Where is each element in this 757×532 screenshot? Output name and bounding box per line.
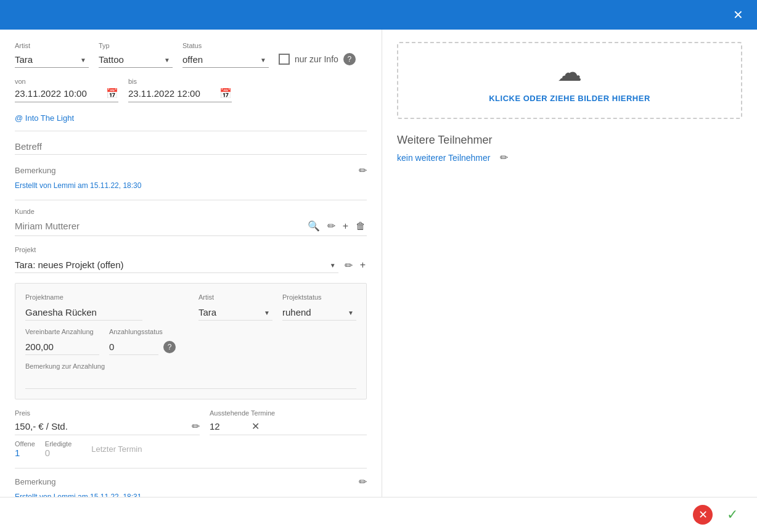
projektname-group: Projektname Ganesha Rücken [25,293,189,321]
artist-typ-status-row: Artist Tara Typ Tattoo [15,42,367,68]
clear-icon-ausstehende[interactable]: ✕ [252,420,260,432]
search-icon[interactable]: 🔍 [306,219,321,233]
calendar-icon-von[interactable]: 📅 [106,88,118,99]
divider-1 [15,131,367,131]
close-button[interactable]: ✕ [729,6,747,24]
anzahlungsstatus-group: Anzahlungsstatus 0 ? [109,328,176,355]
projekt-artist-group: Artist Tara [198,293,272,321]
right-panel: ☁ KLICKE ODER ZIEHE BILDER HIERHER Weite… [382,30,757,497]
created-text-1: Erstellt von Lemmi am 15.11.22, 18:30 [15,181,367,190]
edit-icon-teilnehmer[interactable]: ✏ [500,152,508,163]
vereinbarte-anzahlung-input[interactable]: 200,00 [25,339,99,355]
edit-icon-kunde[interactable]: ✏ [326,219,337,233]
artist-select[interactable]: Tara [15,52,89,68]
ausstehende-label: Ausstehende Termine [210,409,367,417]
status-select-wrapper[interactable]: offen [182,52,269,68]
calendar-icon-bis[interactable]: 📅 [219,88,232,99]
erledigte-label: Erledigte [45,440,72,448]
projektstatus-label: Projektstatus [282,293,356,301]
bemerkung-label-1: Bemerkung [15,166,55,175]
preis-section: Preis 150,- € / Std. ✏ Ausstehende Termi… [15,409,367,458]
preis-value-row: 150,- € / Std. ✏ [15,420,200,435]
edit-icon-preis[interactable]: ✏ [192,420,200,432]
modal-container: ✕ Artist Tara Typ [0,0,757,532]
projekt-section: Projekt Tara: neues Projekt (offen) ✏ + [15,246,367,273]
upload-text: KLICKE ODER ZIEHE BILDER HIERHER [489,94,650,103]
von-group: von 23.11.2022 10:00 📅 [15,78,118,102]
status-group: Status offen [182,42,269,68]
von-input[interactable]: 23.11.2022 10:00 [15,88,101,99]
von-input-row: 23.11.2022 10:00 📅 [15,88,118,102]
bis-input[interactable]: 23.11.2022 12:00 [128,88,215,99]
location-text: Into The Light [15,113,74,123]
projekt-artist-select[interactable]: Tara [198,305,272,321]
kunde-name: Miriam Mutterer [15,221,301,231]
bemerkung-row-1: Bemerkung ✏ [15,165,367,176]
projektstatus-select[interactable]: ruhend [282,305,356,321]
kein-text: kein weiterer Teilnehmer [397,153,490,163]
add-icon-projekt[interactable]: + [359,258,367,272]
preis-value: 150,- € / Std. [15,421,187,432]
preis-label: Preis [15,409,200,417]
edit-icon-bemerkung-2[interactable]: ✏ [359,476,367,488]
projekt-info-box: Projektname Ganesha Rücken Artist Tara P… [15,283,367,399]
artist-wrapper[interactable]: Tara [198,305,272,321]
typ-select-wrapper[interactable]: Tattoo [99,52,173,68]
status-select[interactable]: offen [182,52,269,68]
upload-area[interactable]: ☁ KLICKE ODER ZIEHE BILDER HIERHER [397,42,742,119]
bemerkung-anzahlung-input[interactable] [25,374,356,389]
anzahlung-row: Vereinbarte Anzahlung 200,00 Anzahlungss… [25,328,356,355]
bemerkung-row-2: Bemerkung ✏ [15,476,367,488]
erledigte-group: Erledigte 0 [45,440,72,458]
anzahlungsstatus-label: Anzahlungsstatus [109,328,176,335]
modal-footer: ✕ ✓ [0,497,757,532]
projektname-label: Projektname [25,293,189,301]
projektstatus-wrapper[interactable]: ruhend [282,305,356,321]
kein-teilnehmer-row: kein weiterer Teilnehmer ✏ [397,152,742,163]
help-icon-anzahlung[interactable]: ? [163,341,176,353]
artist-label: Artist [15,42,89,49]
ausstehende-input[interactable]: 12 [210,421,247,432]
offene-group: Offene 1 [15,440,35,458]
bemerkung-anzahlung-label: Bemerkung zur Anzahlung [25,362,356,370]
von-label: von [15,78,118,85]
created-text-2: Erstellt von Lemmi am 15.11.22, 18:31 [15,493,367,497]
preis-left: Preis 150,- € / Std. ✏ [15,409,200,435]
kunde-label: Kunde [15,208,367,215]
dates-row: von 23.11.2022 10:00 📅 bis 23.11.2022 12… [15,78,367,102]
bis-label: bis [128,78,232,85]
edit-icon-bemerkung-1[interactable]: ✏ [359,165,367,176]
projekt-label: Projekt [15,246,367,253]
ausstehende-row: 12 ✕ [210,420,367,435]
cancel-button[interactable]: ✕ [693,505,713,525]
anzahlungsstatus-input[interactable]: 0 [109,339,158,355]
add-icon-kunde[interactable]: + [342,219,350,233]
divider-3 [15,468,367,469]
nur-zur-info-checkbox[interactable] [279,54,290,65]
bemerkung-label-2: Bemerkung [15,477,55,486]
help-icon[interactable]: ? [343,53,356,65]
confirm-button[interactable]: ✓ [722,505,742,525]
artist-select-wrapper[interactable]: Tara [15,52,89,68]
projekt-select[interactable]: Tara: neues Projekt (offen) [15,257,338,273]
offene-label: Offene [15,440,35,448]
left-panel: Artist Tara Typ Tattoo [0,30,382,497]
letzter-termin-label: Letzter Termin [91,440,142,458]
nur-zur-info-label: nur zur Info [295,54,338,64]
projektstatus-group: Projektstatus ruhend [282,293,356,321]
kunde-section: Kunde Miriam Mutterer 🔍 ✏ + 🗑 [15,208,367,236]
artist-group: Artist Tara [15,42,89,68]
typ-select[interactable]: Tattoo [99,52,173,68]
vereinbarte-anzahlung-label: Vereinbarte Anzahlung [25,328,99,335]
betreff-input[interactable] [15,139,367,155]
status-label: Status [182,42,269,49]
bis-group: bis 23.11.2022 12:00 📅 [128,78,232,102]
edit-icon-projekt[interactable]: ✏ [343,258,354,272]
delete-icon-kunde[interactable]: 🗑 [354,219,367,233]
projektname-input[interactable]: Ganesha Rücken [25,305,142,321]
typ-group: Typ Tattoo [99,42,173,68]
modal-header: ✕ [0,0,757,30]
kunde-row: Miriam Mutterer 🔍 ✏ + 🗑 [15,219,367,236]
projekt-select-wrapper[interactable]: Tara: neues Projekt (offen) [15,257,338,273]
nur-zur-info-group: nur zur Info ? [279,53,356,68]
